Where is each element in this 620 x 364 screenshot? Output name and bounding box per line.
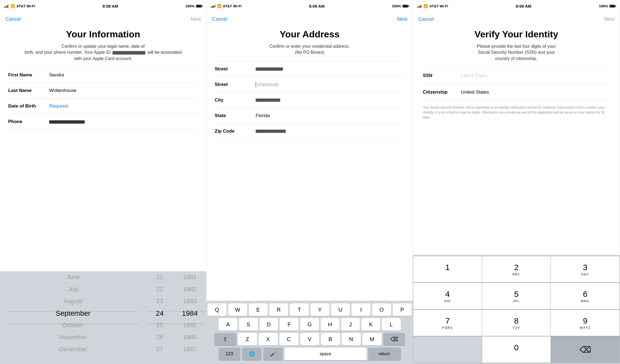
signal-icon-2: [211, 4, 216, 8]
key-j[interactable]: J: [341, 318, 360, 331]
picker-day-26[interactable]: 26: [146, 331, 173, 343]
city-row[interactable]: City: [215, 93, 405, 108]
keypad-8[interactable]: 8 TUV: [482, 309, 551, 336]
keypad-7[interactable]: 7 PQRS: [413, 309, 482, 336]
ssn-row[interactable]: SSN Last 4 Digits: [423, 67, 610, 84]
key-t[interactable]: T: [290, 303, 309, 316]
keypad-5[interactable]: 5 JKL: [482, 283, 551, 309]
keypad-2[interactable]: 2 ABC: [482, 256, 551, 283]
phone-keypad[interactable]: 1 2 ABC 3 DEF 4 GHI 5 JKL 6 MN: [413, 255, 620, 364]
picker-month-september[interactable]: September: [0, 307, 146, 319]
key-w[interactable]: W: [228, 303, 247, 316]
picker-year-1986[interactable]: 1986: [173, 331, 206, 343]
key-b[interactable]: B: [321, 333, 340, 345]
picker-year-1985[interactable]: 1985: [173, 319, 206, 331]
dob-row[interactable]: Date of Birth Required: [8, 99, 198, 114]
cancel-button-2[interactable]: Cancel: [212, 16, 227, 22]
zip-row[interactable]: Zip Code: [215, 124, 405, 139]
street2-row[interactable]: Street (Optional): [215, 77, 405, 92]
date-picker[interactable]: June July August September October Novem…: [0, 271, 206, 364]
key-e[interactable]: E: [249, 303, 268, 316]
keypad-3-sub: DEF: [581, 273, 589, 276]
picker-year-1982[interactable]: 1982: [173, 283, 206, 295]
key-f[interactable]: F: [280, 318, 299, 331]
key-p[interactable]: P: [393, 303, 412, 316]
first-name-row[interactable]: First Name Sandra: [8, 67, 198, 83]
picker-month-july[interactable]: July: [0, 283, 146, 295]
year-picker[interactable]: 1981 1982 1983 1984 1985 1986 1987: [173, 271, 206, 364]
next-button-2[interactable]: Next: [397, 16, 407, 22]
picker-month-november[interactable]: November: [0, 331, 146, 343]
key-shift[interactable]: ⇧: [214, 333, 236, 345]
battery-icon-2: [402, 5, 408, 8]
key-z[interactable]: Z: [238, 333, 257, 345]
state-row[interactable]: State Florida: [215, 108, 405, 123]
picker-year-1984[interactable]: 1984: [173, 307, 206, 319]
picker-month-june[interactable]: June: [0, 271, 146, 283]
keypad-0-sub: [516, 353, 517, 356]
picker-month-october[interactable]: October: [0, 319, 146, 331]
key-s[interactable]: S: [239, 318, 258, 331]
keypad-6[interactable]: 6 MNO: [551, 283, 620, 309]
key-123[interactable]: 123: [219, 348, 240, 360]
picker-year-1981[interactable]: 1981: [173, 271, 206, 283]
key-i[interactable]: I: [352, 303, 370, 316]
keypad-0[interactable]: 0: [482, 336, 551, 363]
day-picker[interactable]: 21 22 23 24 25 26 27: [146, 271, 173, 364]
key-l[interactable]: L: [382, 318, 401, 331]
page-title-3: Verify Your Identity: [423, 29, 610, 40]
key-n[interactable]: N: [342, 333, 361, 345]
keypad-7-sub: PQRS: [442, 326, 453, 329]
key-v[interactable]: V: [300, 333, 319, 345]
street1-row[interactable]: Street: [215, 61, 405, 77]
page-subtitle-3: Please provide the last four digits of y…: [423, 43, 610, 62]
key-u[interactable]: U: [331, 303, 350, 316]
nav-bar-2: Cancel Next: [206, 12, 413, 26]
citizenship-row[interactable]: Citizenship United States: [423, 84, 610, 100]
sep-verify-2: [423, 100, 610, 101]
picker-day-25[interactable]: 25: [146, 319, 173, 331]
keyboard-2[interactable]: Q W E R T Y U I O P A S D F G H J K L ⇧ …: [206, 301, 413, 364]
key-m[interactable]: M: [362, 333, 382, 345]
key-return[interactable]: return: [368, 348, 401, 360]
cancel-button-3[interactable]: Cancel: [418, 16, 434, 22]
keypad-3[interactable]: 3 DEF: [551, 256, 620, 283]
keypad-4[interactable]: 4 GHI: [413, 283, 482, 309]
picker-day-27[interactable]: 27: [146, 343, 173, 355]
key-q[interactable]: Q: [208, 303, 226, 316]
key-backspace[interactable]: ⌫: [383, 333, 405, 345]
wifi-icon-3: 📶: [424, 4, 428, 8]
key-h[interactable]: H: [321, 318, 339, 331]
key-mic[interactable]: 🎤: [263, 348, 283, 360]
month-picker[interactable]: June July August September October Novem…: [0, 271, 146, 364]
key-o[interactable]: O: [372, 303, 391, 316]
key-emoji[interactable]: 🌐: [242, 348, 262, 360]
key-d[interactable]: D: [259, 318, 278, 331]
picker-day-21[interactable]: 21: [146, 271, 173, 283]
keypad-9[interactable]: 9 WXYZ: [551, 309, 620, 336]
key-a[interactable]: A: [219, 318, 237, 331]
picker-day-22[interactable]: 22: [146, 283, 173, 295]
key-g[interactable]: G: [300, 318, 319, 331]
key-space[interactable]: space: [285, 348, 367, 360]
last-name-row[interactable]: Last Name Writtenhouse: [8, 83, 198, 98]
key-c[interactable]: C: [279, 333, 299, 345]
picker-day-24[interactable]: 24: [146, 307, 173, 319]
keypad-1[interactable]: 1: [413, 256, 482, 283]
phone-row[interactable]: Phone: [8, 114, 198, 129]
key-r[interactable]: R: [269, 303, 288, 316]
picker-year-1983[interactable]: 1983: [173, 295, 206, 307]
battery-percent-3: 100%: [599, 4, 608, 8]
keypad-row-4: 0 ⌫: [413, 336, 620, 363]
picker-month-august[interactable]: August: [0, 295, 146, 307]
key-k[interactable]: K: [361, 318, 380, 331]
keypad-delete[interactable]: ⌫: [551, 336, 620, 363]
picker-day-23[interactable]: 23: [146, 295, 173, 307]
key-x[interactable]: X: [259, 333, 278, 345]
key-y[interactable]: Y: [311, 303, 329, 316]
picker-year-1987[interactable]: 1987: [173, 343, 206, 355]
street1-redacted: [256, 67, 283, 71]
keypad-2-sub: ABC: [512, 273, 520, 276]
picker-month-december[interactable]: December: [0, 343, 146, 355]
cancel-button-1[interactable]: Cancel: [5, 16, 21, 22]
